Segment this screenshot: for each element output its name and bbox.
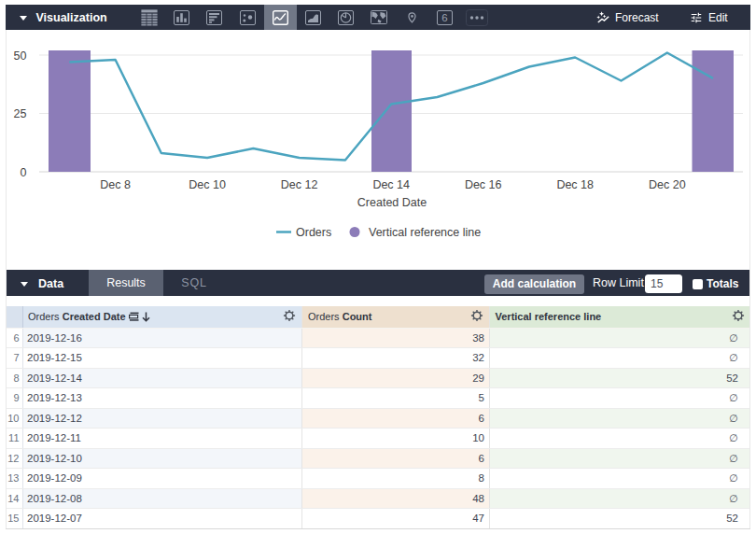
svg-text:50: 50 [14,49,27,63]
svg-text:Dec 16: Dec 16 [465,178,502,191]
svg-text:Dec 12: Dec 12 [281,178,318,191]
svg-text:Dec 18: Dec 18 [556,178,594,191]
svg-text:0: 0 [21,166,27,179]
svg-text:Created Date: Created Date [357,196,427,209]
svg-text:Dec 20: Dec 20 [649,178,686,191]
svg-text:Dec 10: Dec 10 [189,178,226,191]
svg-text:Dec 14: Dec 14 [372,178,410,191]
svg-text:Orders: Orders [296,226,331,239]
svg-text:Dec 8: Dec 8 [100,178,131,191]
svg-text:6: 6 [441,12,447,23]
svg-text:25: 25 [14,107,27,120]
svg-text:Vertical reference line: Vertical reference line [369,226,481,239]
